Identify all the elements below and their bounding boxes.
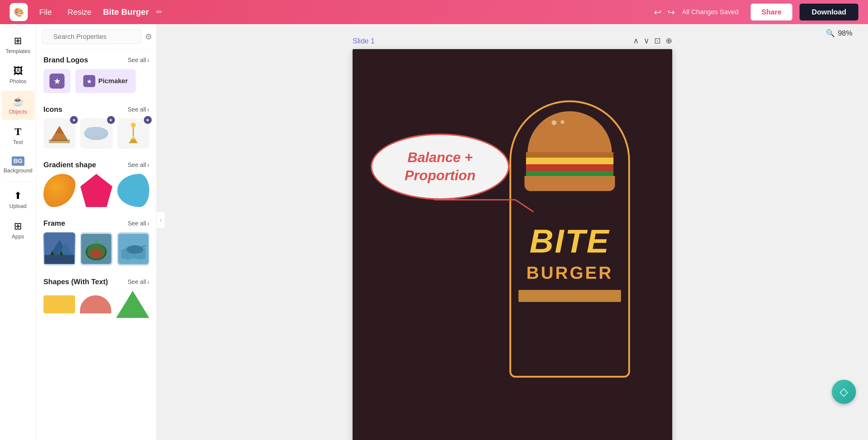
sidebar-item-objects[interactable]: ☕ Objects [1,91,35,120]
svg-point-10 [131,123,136,128]
slide-canvas[interactable]: BITE BURGER Balance + Proportion [352,49,672,440]
file-menu[interactable]: File [35,5,56,19]
brand-logo-picmaker-icon[interactable]: ★ [43,69,70,93]
zoom-icon: 🔍 [826,29,835,37]
gradient-pentagon-pink[interactable] [80,174,112,207]
shapes-text-header: Shapes (With Text) See all › [43,277,149,286]
burger-design: BITE BURGER Balance + Proportion [497,73,642,405]
sidebar-item-templates[interactable]: ⊞ Templates [1,30,35,59]
slide-down-button[interactable]: ∨ [644,36,649,45]
frames-row [43,232,149,269]
apps-icon: ⊞ [14,220,22,232]
gradient-blob-blue[interactable] [117,174,149,207]
icons-title: Icons [43,105,62,113]
undo-button[interactable]: ↩ [654,7,661,18]
sidebar-item-apps[interactable]: ⊞ Apps [1,215,35,245]
brand-logos-header: Brand Logos See all › [43,56,149,64]
frame-mountain[interactable] [43,232,75,266]
premium-badge: ★ [70,116,78,124]
frame-apple[interactable] [80,232,112,266]
templates-icon: ⊞ [14,35,22,46]
burger-frame: BITE BURGER [509,100,630,378]
premium-badge-3: ★ [144,116,152,124]
sidebar-item-upload[interactable]: ⬆ Upload [1,185,35,214]
brand-logos-see-all[interactable]: See all › [128,57,149,64]
gradient-shape-title: Gradient shape [43,161,96,169]
svg-point-23 [90,249,102,258]
slide-controls: ∧ ∨ ⊡ ⊕ [633,36,672,45]
icon-cloud[interactable]: ★ [80,119,112,148]
search-wrapper: 🔍 [42,30,142,44]
download-button[interactable]: Download [800,4,858,21]
brand-logos-row: ★ ★ Picmaker [43,69,149,96]
icons-see-all[interactable]: See all › [128,106,149,113]
fab-icon: ◇ [840,385,848,398]
icon-spinner[interactable]: ★ [117,119,149,148]
callout-arrow [431,194,533,218]
panel-collapse-button[interactable]: ‹ [156,211,165,229]
frame-see-all[interactable]: See all › [128,220,149,227]
shapes-text-see-all[interactable]: See all › [128,278,149,285]
nav-icons: ↩ ↪ [654,7,675,18]
filter-button[interactable]: ⚙ [145,32,152,42]
save-status: All Changes Saved [682,8,739,16]
text-label: Text [13,139,23,145]
svg-text:★: ★ [53,76,61,86]
brand-logos-section: Brand Logos See all › ★ ★ Picmaker [36,50,157,99]
background-label: Background [3,168,32,174]
gradient-shape-see-all[interactable]: See all › [128,162,149,168]
edit-title-icon[interactable]: ✏ [156,8,162,16]
shapes-text-row [43,291,149,321]
bun-top [527,111,612,154]
text-icon: T [14,126,22,137]
svg-point-25 [126,245,143,254]
burger-illustration [522,111,618,220]
search-input[interactable] [42,30,142,44]
premium-badge-2: ★ [107,116,115,124]
svg-point-9 [94,127,105,136]
burger-text: BURGER [526,263,613,283]
frame-title: Frame [43,219,65,228]
slide-header: Slide 1 ∧ ∨ ⊡ ⊕ [352,30,672,49]
shape-arch-salmon[interactable] [80,295,112,313]
shapes-text-section: Shapes (With Text) See all › [36,272,157,324]
gradient-shape-header: Gradient shape See all › [43,161,149,169]
zoom-indicator: 🔍 98% [822,28,856,39]
svg-rect-6 [49,139,70,143]
shape-triangle-green[interactable] [116,291,149,318]
icons-header: Icons See all › [43,105,149,113]
frame-header: Frame See all › [43,219,149,228]
document-title: Bite Burger [103,7,149,17]
callout-text: Balance + Proportion [404,148,475,185]
sidebar-item-photos[interactable]: 🖼 Photos [1,61,35,90]
frame-whale[interactable] [117,232,149,266]
slide-up-button[interactable]: ∧ [633,36,639,45]
fab-button[interactable]: ◇ [832,380,856,404]
icons-section: Icons See all › ★ ★ [36,99,157,155]
svg-marker-5 [55,126,64,134]
slide-add-button[interactable]: ⊕ [665,36,672,45]
shapes-text-title: Shapes (With Text) [43,277,108,286]
shape-rect-yellow[interactable] [43,295,75,313]
gradient-blob-orange[interactable] [43,174,75,207]
svg-marker-13 [130,137,136,139]
gradient-shapes-row [43,174,149,210]
redo-button[interactable]: ↪ [668,7,675,18]
slide-copy-button[interactable]: ⊡ [654,36,661,45]
upload-label: Upload [9,203,27,209]
topbar: 🎨 File Resize Bite Burger ✏ ↩ ↪ All Chan… [0,0,868,24]
resize-menu[interactable]: Resize [63,5,96,19]
sidebar-item-background[interactable]: BG Background [1,151,35,179]
search-bar: 🔍 ⚙ [36,24,157,50]
background-icon: BG [12,157,25,166]
sidebar: ⊞ Templates 🖼 Photos ☕ Objects T Text BG… [0,24,36,440]
sidebar-divider [4,182,32,182]
icon-mountain[interactable]: ★ [43,119,75,148]
bottom-decoration-bar [519,290,621,302]
sidebar-item-text[interactable]: T Text [1,121,35,150]
share-button[interactable]: Share [751,4,793,21]
brand-logos-title: Brand Logos [43,56,88,64]
brand-logo-picmaker-full[interactable]: ★ Picmaker [75,69,136,93]
svg-line-26 [516,200,533,212]
svg-text:★: ★ [87,78,92,85]
